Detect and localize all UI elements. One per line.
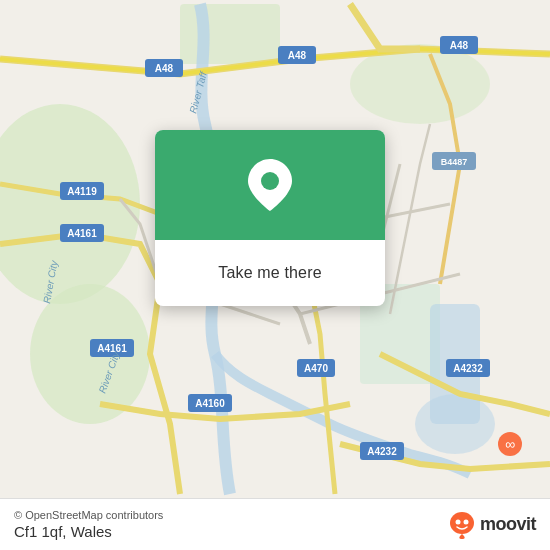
footer-info: © OpenStreetMap contributors Cf1 1qf, Wa… — [14, 509, 163, 540]
popup-footer: Take me there — [155, 240, 385, 306]
map-container: A48 A48 A48 A4161 A4119 A4161 B4487 A416… — [0, 0, 550, 498]
svg-text:A4160: A4160 — [195, 398, 225, 409]
location-pin-icon — [248, 159, 292, 211]
svg-point-38 — [455, 519, 460, 524]
svg-rect-3 — [180, 4, 280, 64]
footer: © OpenStreetMap contributors Cf1 1qf, Wa… — [0, 498, 550, 550]
attribution-text: © OpenStreetMap contributors — [14, 509, 163, 521]
svg-text:∞: ∞ — [505, 436, 515, 452]
svg-text:A4161: A4161 — [67, 228, 97, 239]
svg-point-7 — [415, 394, 495, 454]
svg-text:A4232: A4232 — [367, 446, 397, 457]
svg-text:A470: A470 — [304, 363, 328, 374]
svg-text:A48: A48 — [450, 40, 469, 51]
location-label: Cf1 1qf, Wales — [14, 523, 163, 540]
location-popup: Take me there — [155, 130, 385, 306]
svg-text:A4232: A4232 — [453, 363, 483, 374]
svg-text:B4487: B4487 — [441, 157, 468, 167]
popup-header — [155, 130, 385, 240]
svg-point-37 — [450, 512, 474, 534]
svg-point-36 — [261, 172, 279, 190]
svg-text:A48: A48 — [288, 50, 307, 61]
moovit-logo: moovit — [448, 511, 536, 539]
svg-text:A4119: A4119 — [67, 186, 97, 197]
svg-point-39 — [463, 519, 468, 524]
take-me-there-button[interactable]: Take me there — [175, 254, 365, 292]
moovit-brand-name: moovit — [480, 514, 536, 535]
moovit-logo-icon — [448, 511, 476, 539]
svg-text:A48: A48 — [155, 63, 174, 74]
app: A48 A48 A48 A4161 A4119 A4161 B4487 A416… — [0, 0, 550, 550]
